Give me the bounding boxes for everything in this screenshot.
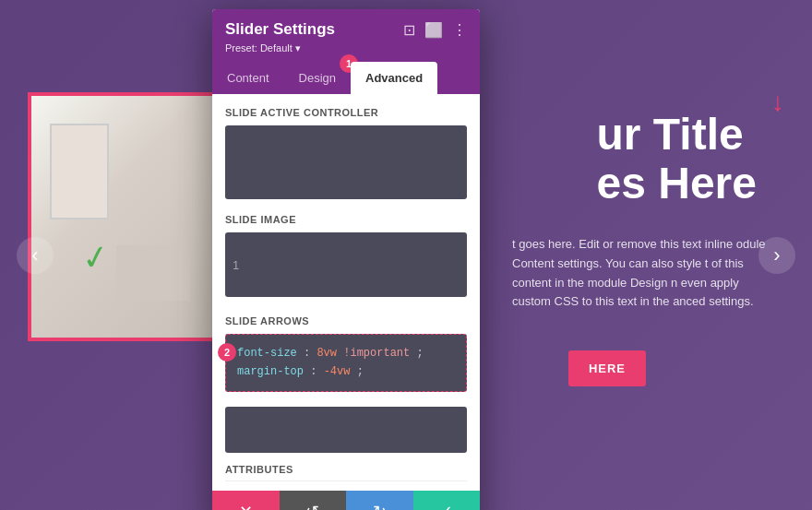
slide-title: ur Title es Here xyxy=(597,111,757,208)
modal-footer: ✕ ↺ ↻ ✓ xyxy=(212,491,480,510)
section-label-attributes: Attributes xyxy=(225,464,467,481)
css-value-1: 8vw xyxy=(316,347,337,360)
slider-settings-modal: Slider Settings ⊡ ⬜ ⋮ Preset: Default ▾ … xyxy=(212,9,480,510)
css-important-1: !important xyxy=(343,347,410,360)
save-button[interactable]: ✓ xyxy=(413,491,481,510)
css-line-1: font-size : 8vw !important ; xyxy=(237,344,455,362)
modal-header-top: Slider Settings ⊡ ⬜ ⋮ xyxy=(225,20,467,39)
section-label-active-controller: Slide Active Controller xyxy=(225,107,467,118)
css-value-2: -4vw xyxy=(324,365,351,378)
nav-arrow-left[interactable]: ‹ xyxy=(17,237,54,274)
more-options-icon[interactable]: ⋮ xyxy=(452,21,467,39)
active-controller-preview xyxy=(225,125,467,199)
css-code-box[interactable]: font-size : 8vw !important ; margin-top … xyxy=(225,334,467,392)
modal-body: Slide Active Controller Slide Image 1 Sl… xyxy=(212,94,480,491)
modal-title: Slider Settings xyxy=(225,20,335,39)
slide-body-text: t goes here. Edit or remove this text in… xyxy=(512,235,780,312)
step-2-badge: 2 xyxy=(218,343,236,362)
slide-arrows-section: 2 font-size : 8vw !important ; margin-to… xyxy=(225,334,467,392)
tab-advanced[interactable]: Advanced xyxy=(351,62,437,94)
checkmark-icon: ✓ xyxy=(79,237,113,280)
tab-design[interactable]: Design 1 xyxy=(284,62,351,94)
slide-image-panel: ✓ xyxy=(28,92,221,341)
slide-image-preview: 1 xyxy=(225,232,467,297)
modal-preset[interactable]: Preset: Default ▾ xyxy=(225,42,467,54)
responsive-icon[interactable]: ⊡ xyxy=(403,21,415,39)
section-label-slide-arrows: Slide Arrows xyxy=(225,315,328,326)
section-label-slide-image: Slide Image xyxy=(225,214,467,225)
cta-button[interactable]: HERE xyxy=(568,350,646,386)
modal-tabs: Content Design 1 Advanced xyxy=(212,62,480,94)
fullscreen-icon[interactable]: ⬜ xyxy=(424,21,443,39)
css-extra-box xyxy=(225,407,467,453)
cancel-button[interactable]: ✕ xyxy=(212,491,280,510)
down-arrow-right-icon: ↓ xyxy=(771,88,784,117)
nav-arrow-right[interactable]: › xyxy=(758,237,795,274)
slide-image-number: 1 xyxy=(233,258,239,272)
css-prop-2: margin-top xyxy=(237,365,304,378)
redo-button[interactable]: ↻ xyxy=(346,491,413,510)
tab-content[interactable]: Content xyxy=(212,62,284,94)
css-line-2: margin-top : -4vw ; xyxy=(237,362,455,381)
undo-button[interactable]: ↺ xyxy=(280,491,347,510)
slide-image-inner: ✓ xyxy=(31,96,218,338)
modal-header-icons: ⊡ ⬜ ⋮ xyxy=(403,21,467,39)
css-prop-1: font-size xyxy=(237,347,297,360)
